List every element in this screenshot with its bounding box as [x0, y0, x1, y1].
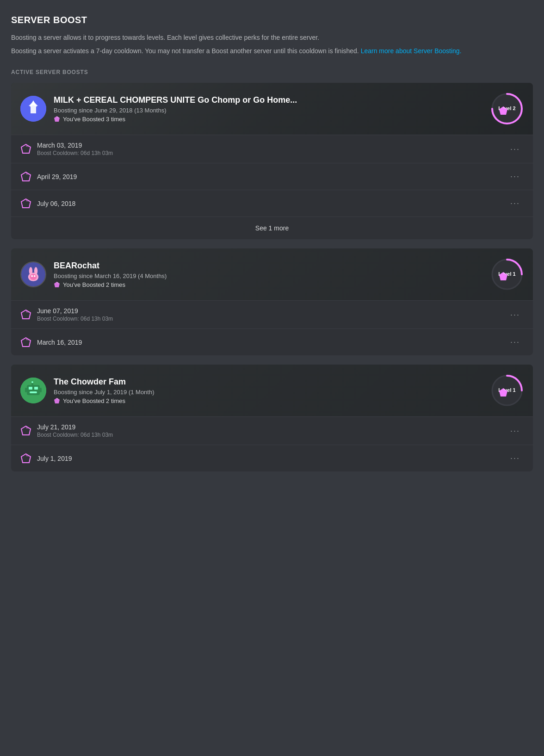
svg-point-16	[34, 267, 37, 275]
boosting-since-3: Boosting since July 1, 2019 (1 Month)	[54, 389, 483, 396]
boost-item-info-1-2: July 06, 2018	[37, 200, 507, 207]
svg-rect-31	[29, 387, 32, 390]
boost-item-icon-3-0	[20, 425, 31, 436]
description-1: Boosting a server allows it to progress …	[11, 33, 533, 43]
server-header-1: MILK + CEREAL CHOMPERS UNITE Go Chomp or…	[11, 83, 533, 135]
boost-item-date-3-1: July 1, 2019	[37, 455, 507, 462]
boost-item-date-1-0: March 03, 2019	[37, 142, 507, 149]
server-info-3: The Chowder Fam Boosting since July 1, 2…	[54, 377, 483, 404]
boost-item-date-1-2: July 06, 2018	[37, 200, 507, 207]
svg-rect-32	[34, 387, 38, 390]
server-group-1: MILK + CEREAL CHOMPERS UNITE Go Chomp or…	[11, 83, 533, 239]
boost-item-2-0: June 07, 2019 Boost Cooldown: 06d 13h 03…	[11, 300, 533, 328]
boost-item-icon-1-2	[20, 198, 31, 209]
level-gem-icon-3	[498, 387, 508, 397]
boost-item-info-1-1: April 29, 2019	[37, 173, 507, 180]
boost-item-menu-1-0[interactable]: ···	[507, 143, 524, 156]
boost-item-icon-1-1	[20, 171, 31, 182]
boost-item-menu-1-2[interactable]: ···	[507, 197, 524, 210]
svg-rect-37	[40, 388, 42, 392]
server-group-3: The Chowder Fam Boosting since July 1, 2…	[11, 365, 533, 471]
server-info-2: BEARochat Boosting since March 16, 2019 …	[54, 261, 483, 288]
boost-item-menu-3-0[interactable]: ···	[507, 424, 524, 438]
server-info-1: MILK + CEREAL CHOMPERS UNITE Go Chomp or…	[54, 95, 483, 123]
boost-item-icon-1-0	[20, 143, 31, 155]
level-gem-icon-2	[498, 271, 508, 281]
boost-item-menu-1-1[interactable]: ···	[507, 170, 524, 183]
server-name-1: MILK + CEREAL CHOMPERS UNITE Go Chomp or…	[54, 95, 483, 105]
svg-point-35	[31, 381, 33, 383]
server-avatar-2	[20, 261, 46, 287]
boost-item-info-2-1: March 16, 2019	[37, 339, 507, 346]
boost-count-1: You've Boosted 3 times	[54, 116, 483, 123]
boost-item-1-2: July 06, 2018 ···	[11, 190, 533, 217]
boost-item-menu-3-1[interactable]: ···	[507, 452, 524, 465]
boosting-since-2: Boosting since March 16, 2019 (4 Months)	[54, 273, 483, 279]
boost-item-info-3-0: July 21, 2019 Boost Cooldown: 06d 13h 03…	[37, 423, 507, 438]
learn-more-link[interactable]: Learn more about Server Boosting.	[361, 47, 462, 55]
page-title: SERVER BOOST	[11, 15, 533, 25]
svg-rect-36	[25, 388, 27, 392]
boost-item-menu-2-0[interactable]: ···	[507, 308, 524, 322]
boost-item-1-1: April 29, 2019 ···	[11, 163, 533, 190]
boost-item-date-1-1: April 29, 2019	[37, 173, 507, 180]
server-name-3: The Chowder Fam	[54, 377, 483, 387]
level-badge-1: Level 2	[490, 92, 524, 125]
boosting-since-1: Boosting since June 29, 2018 (13 Months)	[54, 107, 483, 114]
svg-rect-30	[27, 385, 40, 395]
level-badge-2: Level 1	[490, 258, 524, 291]
svg-point-17	[30, 274, 37, 280]
svg-point-19	[34, 275, 36, 277]
server-group-2: BEARochat Boosting since March 16, 2019 …	[11, 248, 533, 355]
boost-item-cooldown-2-0: Boost Cooldown: 06d 13h 03m	[37, 316, 507, 322]
level-gem-icon-1	[498, 105, 508, 116]
boost-item-date-2-1: March 16, 2019	[37, 339, 507, 346]
boost-item-3-1: July 1, 2019 ···	[11, 445, 533, 471]
boost-gem-icon-3	[54, 397, 60, 404]
server-header-3: The Chowder Fam Boosting since July 1, 2…	[11, 365, 533, 416]
boost-item-menu-2-1[interactable]: ···	[507, 335, 524, 349]
boost-item-icon-2-1	[20, 337, 31, 348]
server-avatar-3	[20, 378, 46, 403]
see-more-1[interactable]: See 1 more	[11, 217, 533, 239]
section-label: ACTIVE SERVER BOOSTS	[11, 69, 533, 75]
boost-item-2-1: March 16, 2019 ···	[11, 328, 533, 355]
level-badge-3: Level 1	[490, 374, 524, 407]
boost-item-info-1-0: March 03, 2019 Boost Cooldown: 06d 13h 0…	[37, 142, 507, 156]
svg-point-15	[29, 267, 32, 275]
boost-item-icon-2-0	[20, 309, 31, 320]
description-2: Boosting a server activates a 7-day cool…	[11, 46, 533, 56]
boost-item-cooldown-1-0: Boost Cooldown: 06d 13h 03m	[37, 150, 507, 156]
boost-item-info-3-1: July 1, 2019	[37, 455, 507, 462]
boost-item-icon-3-1	[20, 453, 31, 464]
svg-point-18	[31, 275, 33, 277]
server-avatar-1	[20, 96, 46, 122]
boost-item-date-3-0: July 21, 2019	[37, 423, 507, 431]
boost-count-3: You've Boosted 2 times	[54, 397, 483, 404]
boost-gem-icon-2	[54, 281, 60, 288]
boost-item-cooldown-3-0: Boost Cooldown: 06d 13h 03m	[37, 432, 507, 438]
boost-item-info-2-0: June 07, 2019 Boost Cooldown: 06d 13h 03…	[37, 307, 507, 322]
boost-item-3-0: July 21, 2019 Boost Cooldown: 06d 13h 03…	[11, 416, 533, 445]
server-header-2: BEARochat Boosting since March 16, 2019 …	[11, 248, 533, 300]
boost-item-1-0: March 03, 2019 Boost Cooldown: 06d 13h 0…	[11, 135, 533, 163]
boost-item-date-2-0: June 07, 2019	[37, 307, 507, 315]
boost-count-2: You've Boosted 2 times	[54, 281, 483, 288]
server-name-2: BEARochat	[54, 261, 483, 271]
boost-gem-icon-1	[54, 116, 60, 122]
svg-rect-33	[30, 391, 37, 393]
